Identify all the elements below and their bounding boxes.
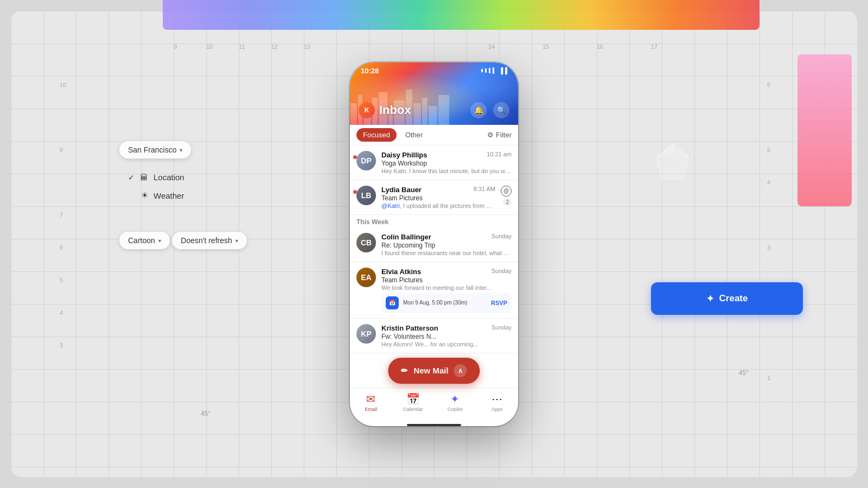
create-icon: ✦: [706, 293, 714, 305]
bottom-tab-apps[interactable]: ⋯ Apps: [476, 392, 519, 412]
filter-icon: ⚙: [487, 131, 494, 139]
bottom-tab-email[interactable]: ✉ Email: [350, 392, 392, 412]
grid-num-right-6: 6: [767, 81, 770, 88]
grid-num-top-10: 10: [206, 43, 213, 50]
location-icon: 🏛: [140, 173, 148, 182]
email-content-daisy: Daisy Phillips 10:21 am Yoga Workshop He…: [381, 151, 512, 174]
battery-icon: ▐▐: [499, 67, 507, 74]
bottom-tab-copilot[interactable]: ✦ Copilot: [434, 392, 476, 412]
check-icon: ✓: [128, 173, 135, 182]
grid-num-top-16: 16: [597, 43, 603, 50]
expand-icon[interactable]: ∧: [454, 364, 467, 377]
status-bar: 10:28 ▐▐: [361, 67, 507, 75]
angle-label-left: 45°: [201, 410, 210, 417]
san-francisco-label: San Francisco: [128, 145, 176, 154]
refresh-label: Doesn't refresh: [181, 236, 232, 245]
grid-num-top-9: 9: [174, 43, 177, 50]
email-item-daisy[interactable]: DP Daisy Phillips 10:21 am Yoga Workshop…: [350, 145, 518, 180]
grid-num-top-17: 17: [651, 43, 658, 50]
crystal-decoration: [651, 141, 694, 185]
avatar-elvia: EA: [356, 268, 376, 287]
inbox-right: 🔔 🔍: [470, 102, 509, 118]
email-item-lydia[interactable]: LB Lydia Bauer 8:31 AM Team Pictures @Ka…: [350, 180, 518, 215]
grid-num-right-4: 4: [767, 179, 770, 186]
weather-icon: ☀: [141, 191, 148, 200]
bell-icon: 🔔: [474, 106, 483, 115]
tabs-bar: Focused Other ⚙ Filter: [350, 125, 518, 145]
cartoon-dropdown[interactable]: Cartoon ▾: [119, 232, 170, 249]
unread-indicator: [353, 155, 357, 159]
inbox-left: K Inbox: [359, 102, 411, 118]
rsvp-button[interactable]: RSVP: [491, 300, 507, 306]
refresh-chevron-icon: ▾: [235, 238, 238, 244]
tab-filter[interactable]: ⚙ Filter: [487, 128, 512, 142]
grid-num-7: 7: [60, 212, 63, 218]
search-button[interactable]: 🔍: [493, 102, 509, 118]
email-icon: ✉: [366, 392, 375, 405]
copilot-icon: ✦: [450, 392, 459, 405]
create-label: Create: [719, 293, 748, 304]
avatar-daisy: DP: [356, 151, 376, 170]
grid-num-3: 3: [60, 342, 63, 348]
signal-bar-1: [481, 69, 483, 72]
refresh-dropdown[interactable]: Doesn't refresh ▾: [172, 232, 247, 249]
grid-num-right-5: 5: [767, 147, 770, 153]
bottom-tab-calendar[interactable]: 📅 Calendar: [392, 392, 435, 412]
grid-num-8: 8: [60, 147, 63, 153]
grid-num-top-11: 11: [239, 43, 245, 50]
location-menu-item[interactable]: ✓ 🏛 Location: [119, 168, 247, 186]
grid-num-4: 4: [60, 309, 63, 316]
cartoon-chevron-icon: ▾: [158, 238, 161, 244]
inbox-header: K Inbox 🔔 🔍: [359, 102, 509, 118]
location-label: Location: [154, 173, 184, 182]
event-card: 📅 Mon 9 Aug, 5:00 pm (30m) RSVP: [381, 293, 512, 313]
notification-bell-button[interactable]: 🔔: [470, 102, 487, 118]
status-icons: ▐▐: [481, 67, 507, 74]
cartoon-label: Cartoon: [128, 236, 155, 245]
weather-menu-item[interactable]: ☀ Weather: [119, 186, 247, 205]
email-item-kristin[interactable]: KP Kristin Patterson Sunday Fw: Voluntee…: [350, 319, 518, 353]
email-content-colin: Colin Ballinger Sunday Re: Upcoming Trip…: [381, 233, 512, 256]
calendar-icon: 📅: [406, 392, 420, 405]
count-badge: 2: [503, 199, 512, 206]
email-content-elvia: Elvia Atkins Sunday Team Pictures We loo…: [381, 268, 512, 313]
signal-bar-3: [489, 68, 490, 73]
avatar-colin: CB: [356, 233, 376, 252]
email-content-kristin: Kristin Patterson Sunday Fw: Volunteers …: [381, 324, 512, 347]
tab-focused[interactable]: Focused: [356, 128, 397, 142]
grid-num-top-12: 12: [271, 43, 278, 50]
email-icons-lydia: @ 2: [501, 186, 512, 206]
email-item-colin[interactable]: CB Colin Ballinger Sunday Re: Upcoming T…: [350, 227, 518, 262]
user-avatar[interactable]: K: [359, 102, 375, 118]
pink-decoration: [797, 54, 852, 206]
rainbow-decoration: [163, 0, 760, 30]
email-content-lydia: Lydia Bauer 8:31 AM Team Pictures @Katri…: [381, 186, 495, 209]
grid-num-6: 6: [60, 244, 63, 251]
compose-icon: ✏: [401, 366, 408, 376]
san-francisco-dropdown[interactable]: San Francisco ▾: [119, 141, 191, 159]
new-mail-label: New Mail: [413, 366, 448, 375]
angle-label-right: 45°: [739, 369, 749, 377]
left-panel: San Francisco ▾ ✓ 🏛 Location ☀ Weather C…: [119, 141, 247, 256]
signal-bar-4: [493, 67, 494, 74]
status-time: 10:28: [361, 67, 379, 75]
section-this-week: This Week: [350, 215, 518, 227]
phone-frame: 10:28 ▐▐ K Inbox 🔔 🔍: [350, 62, 518, 426]
tab-other[interactable]: Other: [399, 128, 430, 142]
search-icon: 🔍: [497, 106, 506, 115]
grid-num-5: 5: [60, 277, 63, 283]
email-item-elvia[interactable]: EA Elvia Atkins Sunday Team Pictures We …: [350, 262, 518, 319]
create-button[interactable]: ✦ Create: [651, 282, 803, 315]
grid-num-10: 10: [60, 81, 66, 88]
bottom-nav: ✉ Email 📅 Calendar ✦ Copilot ⋯ Apps: [350, 388, 518, 421]
new-mail-button[interactable]: ✏ New Mail ∧: [388, 358, 480, 384]
avatar-kristin: KP: [356, 324, 376, 344]
inbox-title: Inbox: [379, 103, 411, 117]
grid-num-top-13: 13: [304, 43, 310, 50]
phone-header-image: 10:28 ▐▐ K Inbox 🔔 🔍: [350, 62, 518, 125]
grid-num-right-3: 3: [767, 244, 770, 251]
avatar-lydia: LB: [356, 186, 376, 205]
unread-indicator-2: [353, 190, 357, 194]
home-indicator: [407, 424, 461, 426]
calendar-event-icon: 📅: [386, 296, 399, 309]
